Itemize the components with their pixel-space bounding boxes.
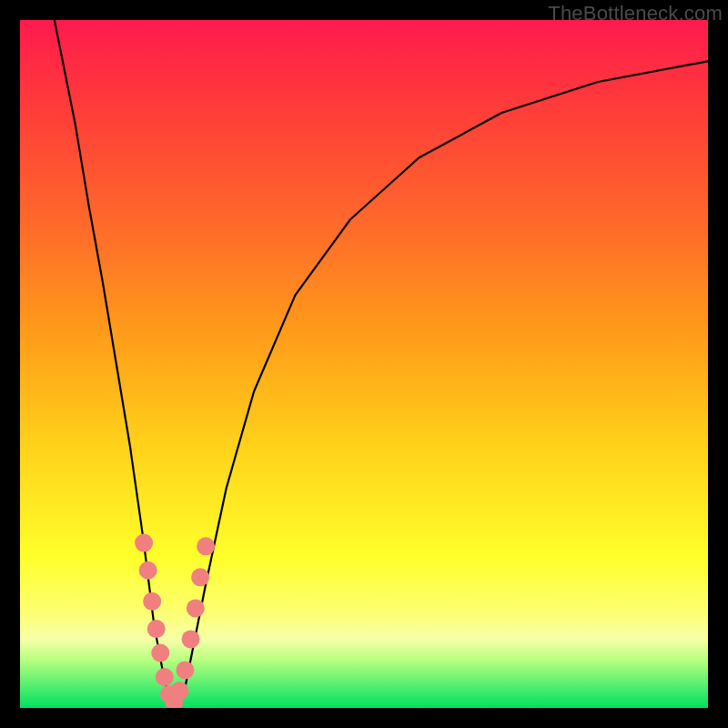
chart-frame: TheBottleneck.com <box>0 0 728 728</box>
scatter-point <box>147 620 166 638</box>
chart-svg <box>20 20 708 708</box>
scatter-point <box>156 668 174 686</box>
scatter-point <box>181 630 199 648</box>
scatter-point <box>151 644 169 662</box>
scatter-point <box>176 661 194 679</box>
scatter-point <box>135 534 153 552</box>
plot-area <box>20 20 708 708</box>
scatter-point <box>139 561 157 580</box>
scatter-point <box>170 682 188 700</box>
scatter-point <box>191 568 209 586</box>
scatter-point <box>197 537 215 555</box>
scatter-point <box>187 599 205 617</box>
scatter-point <box>143 592 161 611</box>
